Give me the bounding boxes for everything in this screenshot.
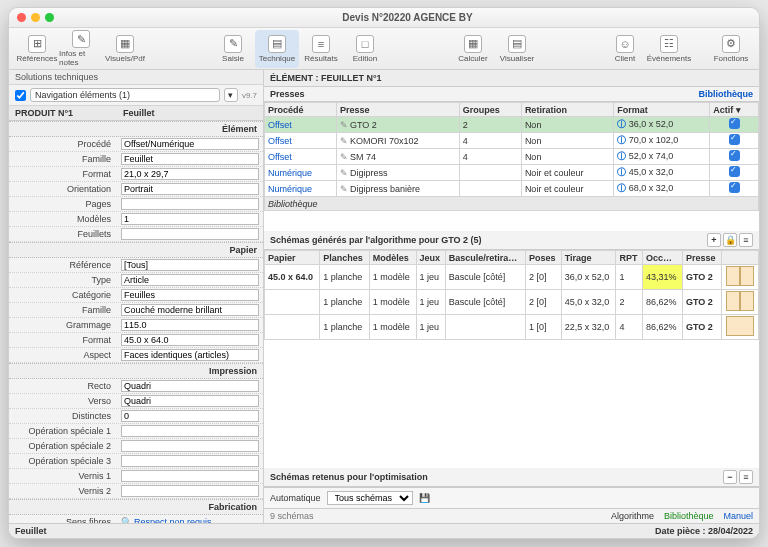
toolbar-r-f-rences[interactable]: ⊞Références: [15, 30, 59, 68]
checkbox-icon[interactable]: [729, 150, 740, 161]
dropdown-icon[interactable]: ▾: [736, 105, 741, 115]
press-row[interactable]: OffsetSM 744Nonⓘ 52,0 x 74,0: [265, 149, 759, 165]
schema-row[interactable]: 1 planche1 modèle1 jeu1 [0]22,5 x 32,048…: [265, 315, 759, 340]
property-input[interactable]: [121, 138, 259, 150]
schema-col[interactable]: Presse: [682, 251, 721, 265]
property-value[interactable]: [117, 484, 263, 498]
schema-col[interactable]: Modèles: [369, 251, 416, 265]
sch-thumb[interactable]: [721, 315, 758, 340]
press-active[interactable]: [710, 149, 759, 165]
press-name[interactable]: Digipress: [336, 165, 459, 181]
pencil-icon[interactable]: [340, 184, 350, 194]
press-name[interactable]: KOMORI 70x102: [336, 133, 459, 149]
property-input[interactable]: [121, 440, 259, 452]
toolbar-infos-et-notes[interactable]: ✎Infos et notes: [59, 30, 103, 68]
property-input[interactable]: [121, 349, 259, 361]
property-input[interactable]: [121, 470, 259, 482]
press-proc[interactable]: Offset: [265, 133, 337, 149]
schema-col[interactable]: Planches: [320, 251, 369, 265]
link-bibliotheque[interactable]: Bibliothèque: [664, 511, 714, 521]
property-value[interactable]: [117, 394, 263, 408]
link-manuel[interactable]: Manuel: [723, 511, 753, 521]
schema-row[interactable]: 1 planche1 modèle1 jeuBascule [côté]2 [0…: [265, 290, 759, 315]
property-input[interactable]: [121, 455, 259, 467]
toolbar-edition[interactable]: □Edition: [343, 30, 387, 68]
property-input[interactable]: [121, 425, 259, 437]
property-value[interactable]: [117, 318, 263, 332]
toolbar--v-nements[interactable]: ☷Événements: [647, 30, 691, 68]
property-value[interactable]: [117, 409, 263, 423]
property-value[interactable]: [117, 288, 263, 302]
nav-step-down[interactable]: ▾: [224, 88, 238, 102]
schema-row[interactable]: 45.0 x 64.01 planche1 modèle1 jeuBascule…: [265, 265, 759, 290]
opt-doc-icon[interactable]: ≡: [739, 470, 753, 484]
press-proc[interactable]: Numérique: [265, 181, 337, 197]
schema-col[interactable]: Tirage: [561, 251, 616, 265]
property-input[interactable]: [121, 380, 259, 392]
presses-table[interactable]: ProcédéPresseGroupesRetirationFormatActi…: [264, 102, 759, 211]
property-value[interactable]: [117, 167, 263, 181]
press-col[interactable]: Actif ▾: [710, 103, 759, 117]
schema-col[interactable]: Bascule/retira…: [445, 251, 525, 265]
property-value[interactable]: [117, 303, 263, 317]
link-algorithme[interactable]: Algorithme: [611, 511, 654, 521]
toolbar-technique[interactable]: ▤Technique: [255, 30, 299, 68]
property-input[interactable]: [121, 213, 259, 225]
property-input[interactable]: [121, 304, 259, 316]
schema-col[interactable]: RPT: [616, 251, 643, 265]
press-col[interactable]: Groupes: [459, 103, 521, 117]
minimize-icon[interactable]: [31, 13, 40, 22]
press-name[interactable]: GTO 2: [336, 117, 459, 133]
property-input[interactable]: [121, 334, 259, 346]
schemas-area[interactable]: PapierPlanchesModèlesJeuxBascule/retira……: [264, 250, 759, 468]
maximize-icon[interactable]: [45, 13, 54, 22]
info-icon[interactable]: ⓘ: [617, 183, 626, 193]
press-row[interactable]: OffsetKOMORI 70x1024Nonⓘ 70,0 x 102,0: [265, 133, 759, 149]
press-proc[interactable]: Offset: [265, 117, 337, 133]
property-input[interactable]: [121, 183, 259, 195]
close-icon[interactable]: [17, 13, 26, 22]
press-row[interactable]: NumériqueDigipress banièreNoir et couleu…: [265, 181, 759, 197]
property-value[interactable]: [117, 152, 263, 166]
press-name[interactable]: SM 74: [336, 149, 459, 165]
sch-thumb[interactable]: [721, 265, 758, 290]
bibliotheque-link[interactable]: Bibliothèque: [699, 89, 754, 99]
property-value[interactable]: [117, 348, 263, 362]
property-value[interactable]: [117, 439, 263, 453]
press-proc[interactable]: Offset: [265, 149, 337, 165]
property-input[interactable]: [121, 289, 259, 301]
property-value[interactable]: [117, 227, 263, 241]
info-icon[interactable]: ⓘ: [617, 167, 626, 177]
press-col[interactable]: Format: [614, 103, 710, 117]
sch-thumb[interactable]: [721, 290, 758, 315]
save-icon[interactable]: 💾: [419, 493, 430, 503]
toolbar-visualiser[interactable]: ▤Visualiser: [495, 30, 539, 68]
property-value[interactable]: [117, 137, 263, 151]
toolbar-client[interactable]: ☺Client: [603, 30, 647, 68]
press-row[interactable]: NumériqueDigipressNoir et couleurⓘ 45,0 …: [265, 165, 759, 181]
toolbar-visuels-pdf[interactable]: ▦Visuels/Pdf: [103, 30, 147, 68]
schema-col[interactable]: Jeux: [416, 251, 445, 265]
property-input[interactable]: [121, 259, 259, 271]
property-input[interactable]: [121, 485, 259, 497]
press-active[interactable]: [710, 165, 759, 181]
press-col[interactable]: Retiration: [521, 103, 613, 117]
toolbar-fonctions[interactable]: ⚙Fonctions: [709, 30, 753, 68]
property-value[interactable]: [117, 379, 263, 393]
property-input[interactable]: [121, 168, 259, 180]
auto-select[interactable]: Tous schémas: [327, 491, 413, 505]
tool-plus-icon[interactable]: +: [707, 233, 721, 247]
property-value[interactable]: [117, 273, 263, 287]
property-input[interactable]: [121, 319, 259, 331]
pencil-icon[interactable]: [340, 152, 350, 162]
pencil-icon[interactable]: [340, 120, 350, 130]
checkbox-icon[interactable]: [729, 118, 740, 129]
opt-minus-icon[interactable]: −: [723, 470, 737, 484]
press-bib-cell[interactable]: Bibliothèque: [265, 197, 759, 211]
press-proc[interactable]: Numérique: [265, 165, 337, 181]
property-value[interactable]: [117, 258, 263, 272]
property-input[interactable]: [121, 395, 259, 407]
info-icon[interactable]: ⓘ: [617, 119, 626, 129]
nav-checkbox[interactable]: [15, 90, 26, 101]
schema-col[interactable]: Occ…: [643, 251, 683, 265]
